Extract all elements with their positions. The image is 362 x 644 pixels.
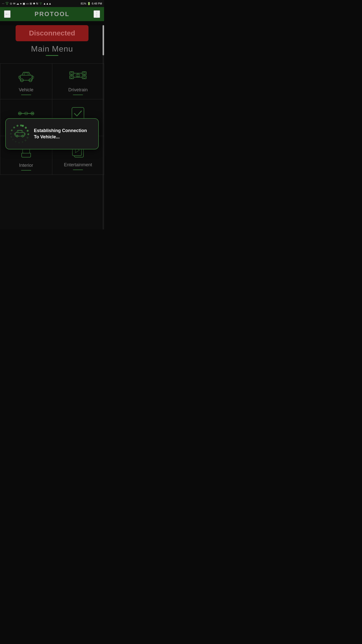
title-underline [46, 55, 58, 56]
status-bar: ··· ⊙ ✉ ☁ ♦ ▣ ▭ ⊞ ✱ N ▲▲▲ 81% 🔋 [0, 0, 104, 7]
battery-icon: 🔋 [87, 2, 91, 5]
connecting-message: Establishing Connection To Vehicle... [34, 128, 94, 140]
wifi-icon [5, 2, 9, 5]
image-icon: ▣ [23, 2, 25, 5]
entertainment-label: Entertainment [64, 162, 92, 168]
svg-point-47 [20, 124, 22, 126]
key-icon: ♦ [20, 2, 22, 5]
menu-item-vehicle[interactable]: Vehicle [0, 64, 52, 99]
car-icon [17, 71, 35, 85]
notification-dots: ··· [2, 2, 4, 5]
svg-point-10 [71, 76, 73, 78]
status-icons-left: ··· ⊙ ✉ ☁ ♦ ▣ ▭ ⊞ ✱ N ▲▲▲ [2, 2, 51, 5]
svg-rect-8 [24, 73, 28, 75]
monitor-icon: ▭ [26, 2, 29, 5]
svg-point-34 [27, 130, 29, 132]
flipboard-icon: ⊞ [30, 2, 32, 5]
chassis-icon [17, 108, 35, 119]
svg-point-39 [18, 142, 20, 143]
wifi2-icon [39, 2, 42, 5]
loading-dialog: Establishing Connection To Vehicle... [5, 118, 99, 149]
svg-point-0 [7, 4, 7, 5]
svg-point-45 [13, 127, 15, 128]
spinner-container [10, 124, 30, 144]
disconnected-button[interactable]: Disconnected [16, 25, 88, 41]
svg-point-46 [16, 125, 18, 127]
svg-point-35 [27, 133, 29, 135]
signal-icon: ▲▲▲ [43, 2, 52, 5]
svg-point-40 [15, 141, 16, 142]
svg-point-41 [12, 139, 14, 140]
svg-point-43 [10, 132, 11, 134]
gmail-icon: ✉ [13, 2, 15, 5]
vehicle-underline [21, 95, 31, 95]
svg-point-37 [24, 140, 26, 141]
main-content: Disconnected Main Menu Vehicle [0, 25, 104, 229]
drivetrain-underline [73, 95, 83, 95]
app-title: PROTOOL [34, 11, 69, 18]
drivetrain-label: Drivetrain [68, 87, 88, 93]
battery-text: 81% [81, 2, 86, 5]
svg-rect-2 [20, 75, 32, 80]
shield-icon: ⊙ [10, 2, 12, 5]
interior-underline [21, 170, 31, 171]
app-bar: ← PROTOOL ⋮ [0, 7, 104, 21]
svg-point-16 [83, 72, 85, 74]
spinner-car-icon [14, 129, 26, 139]
svg-point-1 [40, 4, 41, 5]
main-menu-title: Main Menu [0, 44, 104, 54]
svg-point-12 [83, 76, 85, 78]
svg-point-42 [10, 136, 12, 137]
svg-point-44 [11, 129, 13, 131]
svg-point-14 [71, 72, 73, 74]
back-button[interactable]: ← [4, 10, 11, 18]
interior-label: Interior [19, 163, 33, 168]
loading-dialog-overlay: Establishing Connection To Vehicle... [0, 118, 104, 149]
nfc-icon: N [36, 2, 38, 5]
status-right: 81% 🔋 6:48 PM [81, 2, 102, 5]
scrollbar-thumb[interactable] [103, 25, 104, 55]
cloud-icon: ☁ [16, 2, 19, 5]
bluetooth-icon: ✱ [33, 2, 35, 5]
drivetrain-icon [69, 71, 87, 85]
svg-point-38 [21, 141, 23, 143]
svg-rect-54 [18, 131, 22, 133]
vehicle-label: Vehicle [19, 87, 33, 93]
svg-point-36 [26, 137, 28, 139]
entertainment-underline [73, 170, 83, 170]
overflow-menu-button[interactable]: ⋮ [94, 10, 100, 18]
menu-item-drivetrain[interactable]: Drivetrain [52, 64, 104, 99]
svg-rect-29 [72, 107, 84, 119]
time-display: 6:48 PM [92, 2, 102, 5]
